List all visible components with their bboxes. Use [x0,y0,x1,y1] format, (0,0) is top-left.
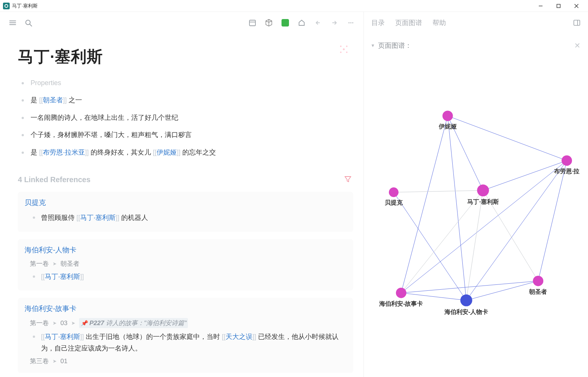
graph-edge [394,190,483,192]
graph-node[interactable] [477,184,489,196]
nav-forward-icon[interactable] [329,18,340,28]
graph-node-label: 布劳恩·拉 [554,168,579,174]
record-indicator[interactable] [280,18,290,28]
window-maximize-button[interactable] [550,0,567,12]
graph-section-title: 页面图谱： [378,41,412,50]
graph-node[interactable] [389,187,399,197]
page-link[interactable]: 朝圣者 [43,96,63,104]
graph-edge [448,116,466,300]
svg-point-14 [350,22,351,23]
svg-point-17 [340,46,342,47]
graph-edge [538,161,567,281]
graph-view-icon[interactable] [339,44,349,56]
page-link[interactable]: 马丁·塞利斯 [80,214,116,221]
bullet-icon[interactable] [22,117,24,119]
graph-node-label: 海伯利安-人物卡 [444,308,488,315]
window-title: 马丁·塞利斯 [12,3,38,9]
page-link[interactable]: 马丁·塞利斯 [45,333,80,340]
graph-node[interactable] [396,288,406,298]
reference-card: 海伯利安-人物卡第一卷➤朝圣者[[马丁·塞利斯]] [18,239,353,291]
graph-node-label: 朝圣者 [529,289,547,295]
svg-rect-1 [557,4,560,7]
calendar-icon[interactable] [247,18,258,28]
graph-node[interactable] [562,155,572,166]
bullet-icon[interactable] [33,336,35,338]
nav-back-icon[interactable] [313,18,323,28]
graph-edge [466,281,538,300]
filter-icon[interactable] [344,175,352,184]
close-icon[interactable]: ✕ [574,41,581,50]
reference-breadcrumb[interactable]: 第一卷➤03➤📌 P227 诗人的故事："海伯利安诗篇" [30,318,346,328]
window-titlebar: 马丁·塞利斯 [0,0,588,12]
graph-edge [483,161,567,190]
reference-card: 海伯利安-故事卡第一卷➤03➤📌 P227 诗人的故事："海伯利安诗篇"[[马丁… [18,298,353,373]
graph-edge [401,161,567,293]
reference-breadcrumb[interactable]: 第一卷➤朝圣者 [30,259,346,268]
svg-rect-21 [574,20,580,25]
svg-point-15 [352,22,353,23]
bullet-icon[interactable] [33,216,35,219]
collapse-icon[interactable]: ▼ [371,43,375,48]
svg-point-13 [348,22,349,23]
tab-toc[interactable]: 目录 [371,18,385,27]
sidebar-toggle-icon[interactable] [573,19,581,27]
home-icon[interactable] [296,18,307,28]
graph-edge [394,192,466,300]
reference-title[interactable]: 贝提克 [25,198,346,208]
svg-line-8 [30,24,32,26]
graph-node-label: 贝提克 [384,199,403,206]
block-text[interactable]: 个子矮，身材臃肿不堪，嗓门大，粗声粗气，满口秽言 [31,129,192,141]
reference-title[interactable]: 海伯利安-人物卡 [25,245,346,255]
graph-node[interactable] [443,110,453,121]
window-minimize-button[interactable] [532,0,549,12]
page-graph-canvas[interactable]: 伊妮娅布劳恩·拉马丁·塞利斯贝提克海伯利安-故事卡海伯利安-人物卡朝圣者 [364,52,588,377]
graph-node[interactable] [460,295,472,306]
graph-node-label: 海伯利安-故事卡 [379,300,423,307]
block-text[interactable]: 是 [[朝圣者]] 之一 [31,94,82,106]
menu-icon[interactable] [7,18,18,28]
reference-block[interactable]: [[马丁·塞利斯]] [41,271,346,283]
page-link[interactable]: 布劳恩·拉米亚 [43,149,85,156]
tab-page-graph[interactable]: 页面图谱 [395,18,422,27]
graph-edge [401,116,448,293]
more-icon[interactable] [346,18,356,28]
svg-point-16 [343,49,345,50]
graph-edge [401,190,483,293]
page-link[interactable]: 马丁·塞利斯 [45,273,80,280]
svg-point-19 [340,52,342,53]
reference-title[interactable]: 海伯利安-故事卡 [25,304,346,314]
reference-block[interactable]: 曾照顾服侍 [[马丁·塞利斯]] 的机器人 [41,212,346,224]
svg-point-18 [346,46,348,47]
block-text[interactable]: 一名闹腾的诗人，在地球上出生，活了好几个世纪 [31,112,178,124]
tab-help[interactable]: 帮助 [433,18,446,27]
right-sidebar: 目录 页面图谱 帮助 ▼ 页面图谱： ✕ 伊妮娅布劳恩·拉马丁·塞利斯贝提克海伯… [364,12,588,377]
reference-breadcrumb[interactable]: 第三卷➤01 [30,357,346,365]
graph-node[interactable] [533,276,543,286]
svg-rect-9 [249,20,255,26]
linked-references-header[interactable]: 4 Linked References [18,175,91,184]
bullet-icon[interactable] [22,82,24,84]
main-panel: 马丁·塞利斯 Properties 是 [[朝圣者]] 之一 一名闹腾的诗人，在… [0,12,364,377]
window-close-button[interactable] [568,0,585,12]
reference-block[interactable]: [[马丁·塞利斯]] 出生于旧地（地球）的一个贵族家庭中，当时 [[天大之误]]… [41,331,346,354]
bullet-icon[interactable] [33,275,35,278]
search-icon[interactable] [23,18,34,28]
graph-edge [401,281,538,293]
page-link[interactable]: 伊妮娅 [157,149,177,156]
page-link[interactable]: 天大之误 [226,333,252,340]
bullet-icon[interactable] [22,134,24,136]
svg-point-7 [26,20,30,25]
svg-point-20 [346,52,348,53]
bullet-icon[interactable] [22,99,24,102]
dice-icon[interactable] [264,18,274,28]
graph-edge [466,161,567,300]
graph-edge [466,190,483,300]
bullet-icon[interactable] [22,152,24,154]
toolbar [0,12,364,34]
block-text[interactable]: 是 [[布劳恩·拉米亚]] 的终身好友，其女儿 [[伊妮娅]] 的忘年之交 [31,146,216,158]
page-content: 马丁·塞利斯 Properties 是 [[朝圣者]] 之一 一名闹腾的诗人，在… [0,34,364,377]
page-title[interactable]: 马丁·塞利斯 [18,46,103,67]
graph-edge [401,293,466,300]
graph-node-label: 马丁·塞利斯 [467,198,499,205]
pinned-breadcrumb[interactable]: 📌 P227 诗人的故事："海伯利安诗篇" [79,318,188,328]
